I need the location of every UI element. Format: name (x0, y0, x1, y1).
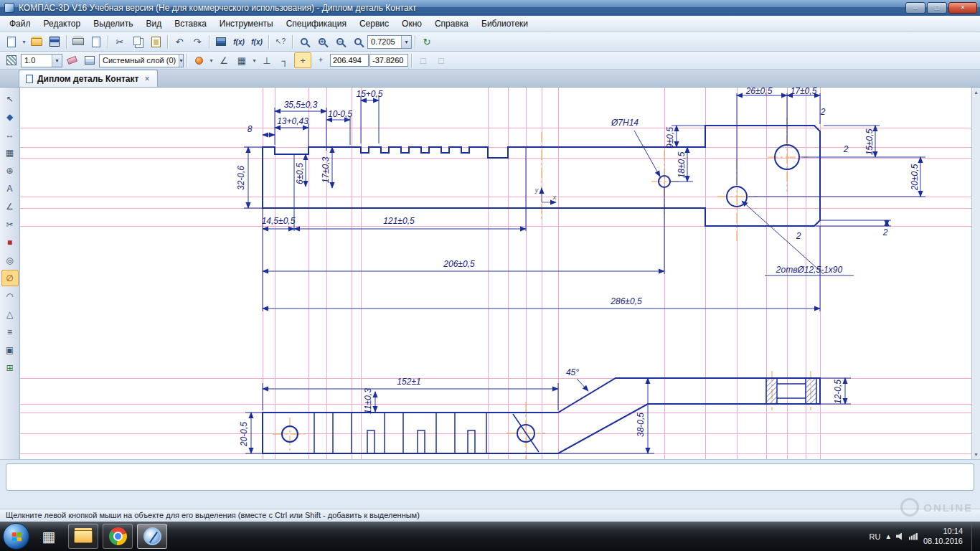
tool-frames-button[interactable]: ▣ (1, 342, 19, 358)
grid-button[interactable]: ▦ (233, 52, 250, 68)
angle-snap-button[interactable]: ∠ (215, 52, 232, 68)
menu-window[interactable]: Окно (395, 17, 428, 31)
clock-time: 10:14 (923, 527, 963, 537)
coord-y-input[interactable] (369, 54, 408, 67)
status-bar: Щелкните левой кнопкой мыши на объекте д… (0, 509, 980, 522)
menu-view[interactable]: Вид (140, 17, 169, 31)
context-help-button[interactable]: ↖? (272, 34, 289, 50)
scroll-down-icon[interactable]: ▾ (974, 450, 977, 459)
explorer-taskbar-button[interactable] (68, 524, 98, 549)
menu-editor[interactable]: Редактор (37, 17, 88, 31)
dim-152: 152±1 (397, 377, 420, 387)
document-icon (26, 75, 33, 83)
tool-dimensions-button[interactable]: ↔ (1, 126, 19, 143)
close-button[interactable]: × (948, 2, 977, 14)
cut-button[interactable]: ✂ (111, 34, 128, 50)
minimize-button[interactable]: – (905, 2, 925, 14)
paste-button[interactable] (147, 34, 164, 50)
menu-file[interactable]: Файл (3, 17, 37, 31)
corner-button[interactable]: ┐ (276, 52, 293, 68)
print-button[interactable] (70, 34, 87, 50)
snap-dropdown[interactable]: ▾ (208, 57, 215, 64)
tool-insert-button[interactable]: ⊞ (1, 359, 19, 376)
undo-button[interactable]: ↶ (171, 34, 188, 50)
layers-button[interactable] (81, 52, 98, 68)
drawing-area[interactable]: y x 35,5±0,3 10-0,5 15+0,5 8 13+0,43 32-… (20, 88, 971, 459)
refresh-image-button[interactable]: ↻ (418, 34, 435, 50)
ortho-button[interactable]: ⊥ (258, 52, 275, 68)
tab-close-icon[interactable]: × (143, 74, 151, 84)
relations-button[interactable]: f(x) (248, 34, 265, 50)
menu-service[interactable]: Сервис (353, 17, 395, 31)
copy-button[interactable] (129, 34, 146, 50)
network-icon[interactable] (909, 533, 918, 540)
print-preview-button[interactable] (88, 34, 105, 50)
menu-tools[interactable]: Инструменты (213, 17, 280, 31)
zoom-area-button[interactable] (296, 34, 313, 50)
eraser-button[interactable] (63, 52, 80, 68)
maximize-button[interactable]: □ (927, 2, 947, 14)
tool-circle-button[interactable]: ∅ (1, 270, 19, 286)
open-button[interactable] (28, 34, 45, 50)
vertical-scrollbar[interactable]: ▴ ▾ (971, 88, 980, 459)
menu-specification[interactable]: Спецификация (280, 17, 353, 31)
tool-text-button[interactable]: A (1, 180, 19, 197)
snap-button[interactable] (190, 52, 207, 68)
document-tab[interactable]: Диплом деталь Контакт × (19, 70, 158, 87)
redo-button[interactable]: ↷ (189, 34, 206, 50)
tool-select-button[interactable]: ↖ (1, 90, 19, 107)
zoom-fit-button[interactable] (349, 34, 367, 50)
zoom-in-button[interactable]: + (314, 34, 331, 50)
start-button[interactable] (3, 523, 29, 550)
drawing-canvas[interactable]: y x 35,5±0,3 10-0,5 15+0,5 8 13+0,43 32-… (20, 88, 971, 459)
chrome-taskbar-button[interactable] (103, 524, 133, 549)
kompas-taskbar-button[interactable] (137, 524, 167, 549)
property-bar-input[interactable] (6, 463, 974, 491)
new-document-dropdown[interactable]: ▾ (21, 39, 27, 45)
layer-dropdown[interactable]: ▾ (179, 55, 183, 67)
tool-specification-button[interactable]: ≡ (1, 324, 19, 340)
save-button[interactable] (46, 34, 63, 50)
dim-2b: 2 (843, 144, 849, 154)
disabled-tool-button-2: □ (433, 52, 450, 68)
menu-select[interactable]: Выделить (87, 17, 139, 31)
layer-combo[interactable]: Системный слой (0) ▾ (99, 54, 184, 67)
tray-expand-icon[interactable]: ▴ (886, 532, 890, 541)
scroll-up-icon[interactable]: ▴ (974, 88, 977, 97)
menu-help[interactable]: Справка (428, 17, 475, 31)
local-cs-button[interactable]: + (294, 52, 311, 68)
zoom-combo-dropdown[interactable]: ▾ (401, 36, 411, 48)
tool-trim-button[interactable]: ✂ (1, 216, 19, 232)
apps-grid-button[interactable]: ▦ (34, 524, 64, 549)
clock[interactable]: 10:14 08.10.2016 (923, 527, 963, 547)
tool-hatch-button[interactable]: ■ (1, 234, 19, 250)
language-indicator[interactable]: RU (870, 532, 881, 541)
tool-designations-button[interactable]: ▦ (1, 144, 19, 161)
volume-icon[interactable] (896, 533, 903, 540)
tool-editing-button[interactable]: ⊕ (1, 162, 19, 179)
new-document-button[interactable] (3, 34, 20, 50)
style-pattern-button[interactable] (3, 52, 20, 68)
tool-parametrization-button[interactable]: ∠ (1, 198, 19, 215)
explorer-folder-icon (74, 530, 93, 543)
watermark-logo (900, 498, 919, 517)
grid-icon: ▦ (237, 56, 246, 65)
zoom-out-button[interactable]: − (331, 34, 349, 50)
tool-polygon-button[interactable]: △ (1, 306, 19, 322)
tool-measure-button[interactable]: ◎ (1, 252, 19, 268)
zoom-combo[interactable]: 0.7205 ▾ (367, 35, 412, 49)
minus-glyph: − (338, 39, 341, 45)
context-help-icon: ↖? (275, 38, 286, 45)
coordinates-button[interactable]: + (312, 52, 329, 68)
menu-libraries[interactable]: Библиотеки (475, 17, 534, 31)
tool-geometry-button[interactable]: ◆ (1, 108, 19, 125)
grid-dropdown[interactable]: ▾ (251, 57, 258, 64)
tool-arc-button[interactable]: ◠ (1, 288, 19, 304)
menu-insert[interactable]: Вставка (168, 17, 213, 31)
show-desktop-button[interactable] (971, 522, 977, 551)
variables-button[interactable]: f(x) (230, 34, 248, 50)
line-width-dropdown[interactable]: ▾ (52, 55, 62, 67)
coord-x-input[interactable] (330, 54, 369, 67)
line-width-combo[interactable]: 1.0 ▾ (21, 54, 62, 67)
document-manager-button[interactable] (212, 34, 230, 50)
